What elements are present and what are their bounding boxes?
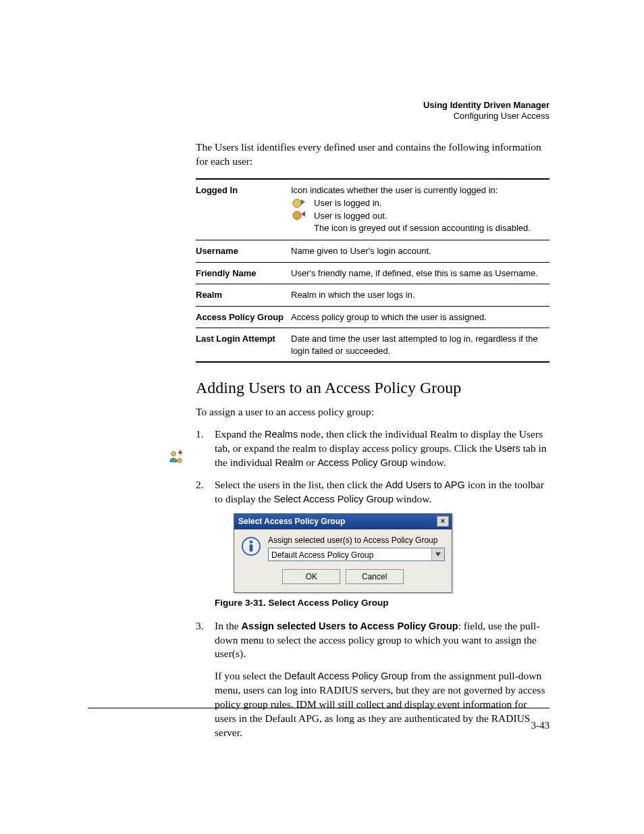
login-status-icon — [291, 197, 308, 225]
footer-rule — [88, 708, 549, 708]
logged-grey-line: The icon is greyed out if session accoun… — [314, 222, 545, 234]
term-realm: Realm — [196, 284, 291, 307]
steps-list: 1. Expand the Realms node, then click th… — [196, 427, 549, 740]
step-number: 2. — [196, 478, 204, 492]
apg-window: Access Policy Group — [317, 457, 408, 468]
svg-rect-4 — [250, 544, 253, 552]
desc-logged-in: Icon indicates whether the user is curre… — [291, 179, 549, 240]
step-number: 3. — [196, 619, 204, 633]
field-definitions-table: Logged In Icon indicates whether the use… — [196, 178, 549, 363]
apg-combobox[interactable]: Default Access Policy Group — [268, 548, 445, 561]
term-last-login: Last Login Attempt — [196, 328, 291, 363]
section-intro: To assign a user to an access policy gro… — [196, 405, 549, 419]
logged-in-lead: Icon indicates whether the user is curre… — [291, 184, 545, 197]
figure-dialog: Select Access Policy Group × — [234, 513, 549, 594]
section-heading: Adding Users to an Access Policy Group — [196, 379, 549, 397]
svg-point-3 — [250, 540, 253, 544]
desc-last-login: Date and time the user last attempted to… — [291, 328, 549, 363]
running-header: Using Identity Driven Manager Configurin… — [423, 100, 549, 122]
desc-apg: Access policy group to which the user is… — [291, 306, 549, 328]
select-apg-dialog: Select Access Policy Group × — [234, 513, 452, 594]
realm-window: Realm — [275, 457, 304, 468]
intro-text: The Users list identifies every defined … — [196, 140, 549, 169]
term-logged-in: Logged In — [196, 179, 291, 240]
desc-username: Name given to User's login account. — [291, 240, 549, 263]
table-row: Username Name given to User's login acco… — [196, 240, 549, 263]
default-apg: Default Access Policy Group — [284, 671, 408, 681]
step-number: 1. — [196, 427, 204, 442]
svg-point-1 — [293, 211, 301, 219]
content: The Users list identifies every defined … — [196, 140, 549, 740]
svg-point-0 — [293, 199, 301, 207]
info-icon — [241, 536, 261, 556]
desc-friendly: User's friendly name, if defined, else t… — [291, 262, 549, 284]
users-tab: Users — [495, 443, 520, 454]
realms-node: Realms — [265, 429, 298, 440]
chevron-down-icon[interactable] — [431, 548, 444, 561]
select-apg-window-name: Select Access Policy Group — [273, 494, 393, 504]
assign-label: Assign selected user(s) to Access Policy… — [268, 535, 445, 546]
desc-realm: Realm in which the user logs in. — [291, 284, 549, 307]
svg-point-5 — [171, 452, 176, 456]
doc-title: Using Identity Driven Manager — [423, 100, 549, 111]
term-friendly: Friendly Name — [196, 262, 291, 284]
apg-combobox-value: Default Access Policy Group — [269, 548, 431, 561]
table-row: Access Policy Group Access policy group … — [196, 306, 549, 328]
term-apg: Access Policy Group — [196, 306, 291, 328]
figure-caption: Figure 3-31. Select Access Policy Group — [215, 597, 549, 609]
dialog-title: Select Access Policy Group — [238, 516, 345, 527]
ok-button[interactable]: OK — [282, 569, 340, 584]
table-row: Last Login Attempt Date and time the use… — [196, 328, 549, 363]
step-2: 2. Select the users in the list, then cl… — [196, 478, 549, 610]
page: Using Identity Driven Manager Configurin… — [0, 0, 644, 834]
table-row: Realm Realm in which the user logs in. — [196, 284, 549, 307]
svg-point-6 — [178, 459, 182, 463]
step-1: 1. Expand the Realms node, then click th… — [196, 427, 549, 470]
logged-out-line: User is logged out. — [314, 210, 545, 222]
table-row: Logged In Icon indicates whether the use… — [196, 179, 549, 240]
step-3: 3. In the Assign selected Users to Acces… — [196, 619, 549, 740]
page-number: 3-43 — [531, 720, 550, 731]
add-users-to-apg-tool: Add Users to APG — [385, 479, 465, 490]
assign-field-label: Assign selected Users to Access Policy G… — [242, 621, 458, 631]
close-button[interactable]: × — [437, 516, 449, 527]
logged-in-line: User is logged in. — [314, 197, 545, 209]
doc-subtitle: Configuring User Access — [423, 111, 549, 122]
term-username: Username — [196, 240, 291, 263]
table-row: Friendly Name User's friendly name, if d… — [196, 262, 549, 284]
dialog-titlebar: Select Access Policy Group × — [234, 514, 452, 529]
toolbar-add-users-icon — [169, 450, 184, 465]
cancel-button[interactable]: Cancel — [346, 569, 404, 584]
